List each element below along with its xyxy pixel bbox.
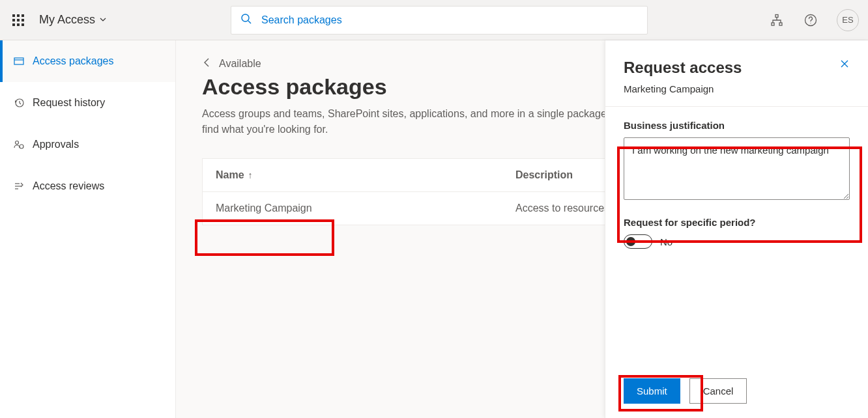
svg-rect-4 xyxy=(779,23,782,25)
submit-button[interactable]: Submit xyxy=(624,378,680,404)
svg-rect-7 xyxy=(14,58,23,64)
waffle-icon xyxy=(12,14,24,26)
avatar-initials: ES xyxy=(842,15,853,25)
header-right: ES xyxy=(769,9,859,31)
panel-body: Business justification Request for speci… xyxy=(605,107,868,367)
app-title-dropdown[interactable]: My Access xyxy=(39,13,107,27)
help-icon[interactable] xyxy=(803,12,818,28)
justification-label: Business justification xyxy=(624,120,850,131)
column-header-name[interactable]: Name ↑ xyxy=(216,169,515,181)
panel-footer: Submit Cancel xyxy=(605,367,868,418)
search-input[interactable] xyxy=(261,14,638,26)
approvals-icon xyxy=(13,139,25,150)
sidebar-item-label: Approvals xyxy=(33,139,79,150)
search-box[interactable] xyxy=(231,6,648,35)
back-arrow-icon[interactable] xyxy=(202,57,212,70)
sidebar-item-request-history[interactable]: Request history xyxy=(0,82,175,124)
top-header: My Access ES xyxy=(0,0,868,40)
svg-line-1 xyxy=(248,21,251,23)
svg-point-6 xyxy=(810,22,811,23)
panel-subtitle: Marketing Campaign xyxy=(624,83,742,94)
sidebar-item-label: Access reviews xyxy=(33,180,104,192)
row-name: Marketing Campaign xyxy=(216,202,515,214)
reviews-icon xyxy=(13,181,25,191)
svg-point-0 xyxy=(242,14,249,21)
request-access-panel: Request access Marketing Campaign Busine… xyxy=(605,40,868,418)
waffle-button[interactable] xyxy=(9,11,27,29)
chevron-down-icon xyxy=(99,13,107,27)
panel-title: Request access xyxy=(624,59,742,77)
period-toggle[interactable] xyxy=(624,234,652,249)
sidebar-item-access-reviews[interactable]: Access reviews xyxy=(0,165,175,207)
history-icon xyxy=(13,98,25,108)
panel-header: Request access Marketing Campaign xyxy=(605,40,868,107)
search-icon xyxy=(240,13,252,27)
period-label: Request for specific period? xyxy=(624,217,850,228)
justification-textarea[interactable] xyxy=(624,137,850,200)
svg-point-10 xyxy=(16,141,19,145)
breadcrumb-text: Available xyxy=(219,58,261,70)
sort-ascending-icon: ↑ xyxy=(248,170,253,180)
svg-rect-3 xyxy=(772,23,774,25)
sidebar-item-approvals[interactable]: Approvals xyxy=(0,124,175,165)
svg-point-11 xyxy=(20,145,23,148)
svg-rect-2 xyxy=(775,14,778,17)
sidebar-item-label: Request history xyxy=(33,97,105,109)
close-panel-button[interactable] xyxy=(839,59,850,72)
sidebar-item-label: Access packages xyxy=(33,55,114,67)
sitemap-icon[interactable] xyxy=(769,12,785,28)
column-name-label: Name xyxy=(216,169,244,181)
period-toggle-row: No xyxy=(624,234,850,249)
app-title-text: My Access xyxy=(39,13,95,27)
user-avatar[interactable]: ES xyxy=(837,9,859,31)
sidebar: Access packages Request history Approval… xyxy=(0,40,176,418)
sidebar-item-access-packages[interactable]: Access packages xyxy=(0,40,175,82)
close-icon xyxy=(839,59,850,69)
toggle-knob-icon xyxy=(626,237,635,246)
packages-icon xyxy=(13,56,25,66)
period-toggle-value: No xyxy=(660,236,673,247)
cancel-button[interactable]: Cancel xyxy=(689,378,747,404)
